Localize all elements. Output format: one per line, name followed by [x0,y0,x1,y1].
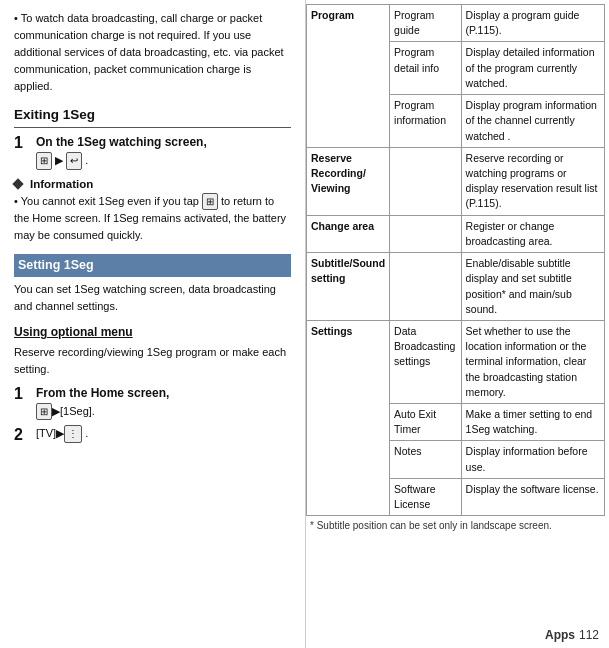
home-screen-key-icon: ⊞ [202,193,218,211]
table-cell-main: Reserve Recording/ Viewing [307,147,390,215]
table-cell-main: Program [307,5,390,148]
exiting-heading: Exiting 1Seg [14,105,291,128]
using-optional-heading: Using optional menu [14,323,291,341]
step-1-block: 1 On the 1Seg watching screen, ⊞ ▶ ↩ . [14,133,291,169]
step-2-block: 1 From the Home screen, ⊞▶[1Seg]. [14,384,291,420]
table-cell-sub: Software License [390,478,461,515]
info-title: Information [14,176,291,193]
table-cell-sub [390,215,461,252]
step-3-block: 2 [TV]▶⋮ . [14,425,291,446]
setting-body-text: You can set 1Seg watching screen, data b… [14,281,291,315]
table-cell-sub: Notes [390,441,461,478]
step-2-number: 1 [14,384,30,405]
step-3-content: [TV]▶⋮ . [36,425,88,443]
right-column: ProgramProgram guideDisplay a program gu… [305,0,609,648]
step-1-content: On the 1Seg watching screen, ⊞ ▶ ↩ . [36,133,207,169]
back-key-icon: ↩ [66,152,82,170]
table-cell-desc: Display program information of the chann… [461,95,604,148]
table-cell-sub: Program guide [390,5,461,42]
table-cell-desc: Register or change broadcasting area. [461,215,604,252]
table-cell-sub: Program detail info [390,42,461,95]
table-row: Change areaRegister or change broadcasti… [307,215,605,252]
table-cell-desc: Enable/disable subtitle display and set … [461,253,604,321]
table-cell-sub: Data Broadcasting settings [390,320,461,403]
table-cell-desc: Display information before use. [461,441,604,478]
table-cell-main: Subtitle/Sound setting [307,253,390,321]
menu-icon: ⋮ [64,425,82,443]
left-column: To watch data broadcasting, call charge … [0,0,305,648]
diamond-icon [12,179,23,190]
apps-footer: Apps 112 [545,628,599,642]
table-row: Reserve Recording/ ViewingReserve record… [307,147,605,215]
table-cell-sub [390,147,461,215]
info-heading-text: Information [30,176,93,193]
arrow-right-icon: ▶ [55,152,63,169]
table-cell-sub [390,253,461,321]
step-3-number: 2 [14,425,30,446]
table-cell-desc: Display detailed information of the prog… [461,42,604,95]
apps-key-icon: ⊞ [36,403,52,421]
apps-label: Apps [545,628,575,642]
step-2-sub: ⊞▶[1Seg]. [36,405,95,417]
step-1-number: 1 [14,133,30,154]
table-cell-desc: Reserve recording or watching programs o… [461,147,604,215]
setting-1seg-heading: Setting 1Seg [14,254,291,277]
step-2-bold: From the Home screen, [36,386,169,400]
table-cell-desc: Display a program guide (P.115). [461,5,604,42]
table-cell-main: Change area [307,215,390,252]
table-row: Subtitle/Sound settingEnable/disable sub… [307,253,605,321]
using-body-text: Reserve recording/viewing 1Seg program o… [14,344,291,378]
step-3-sub: [TV]▶⋮ . [36,427,88,439]
table-cell-sub: Auto Exit Timer [390,404,461,441]
bullet-text-1: To watch data broadcasting, call charge … [14,10,291,95]
step-1-bold: On the 1Seg watching screen, [36,135,207,149]
information-block: Information You cannot exit 1Seg even if… [14,176,291,245]
step-2-content: From the Home screen, ⊞▶[1Seg]. [36,384,169,420]
step-1-keys: ⊞ ▶ ↩ . [36,154,88,166]
settings-table: ProgramProgram guideDisplay a program gu… [306,4,605,516]
table-cell-desc: Make a timer setting to end 1Seg watchin… [461,404,604,441]
table-cell-desc: Display the software license. [461,478,604,515]
table-cell-desc: Set whether to use the location informat… [461,320,604,403]
home-key-icon: ⊞ [36,152,52,170]
info-bullet-1: You cannot exit 1Seg even if you tap ⊞ t… [14,193,291,245]
table-row: SettingsData Broadcasting settingsSet wh… [307,320,605,403]
table-cell-sub: Program information [390,95,461,148]
table-cell-main: Settings [307,320,390,515]
table-row: ProgramProgram guideDisplay a program gu… [307,5,605,42]
page-number: 112 [579,628,599,642]
table-footnote: * Subtitle position can be set only in l… [306,520,605,531]
